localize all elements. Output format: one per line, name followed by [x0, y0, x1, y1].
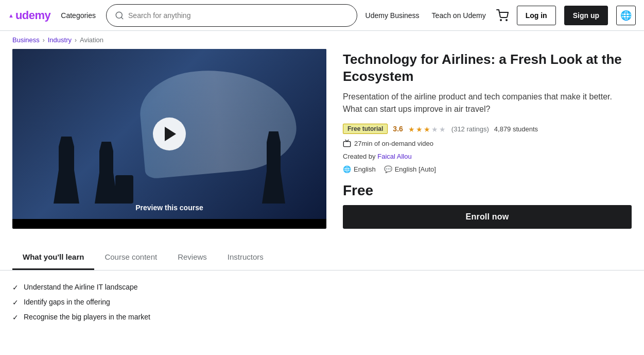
tab-what-youll-learn[interactable]: What you'll learn [12, 245, 94, 270]
caption-icon: 💬 [384, 165, 392, 173]
learn-item-2: ✓ Identify gaps in the offering [12, 298, 632, 307]
svg-point-2 [500, 20, 501, 21]
course-subtitle: Presentation of the airline product and … [343, 91, 632, 115]
star-5: ★ [439, 125, 446, 132]
tabs-section: What you'll learn Course content Reviews… [0, 245, 644, 271]
stars: ★ ★ ★ ★ ★ [408, 125, 446, 132]
learn-item-3: ✓ Recognise the big players in the marke… [12, 313, 632, 322]
svg-rect-4 [343, 142, 350, 147]
udemy-business-link[interactable]: Udemy Business [363, 9, 422, 22]
logo-text: udemy [15, 9, 50, 22]
header-right: Udemy Business Teach on Udemy Log in Sig… [363, 6, 636, 25]
check-icon-3: ✓ [12, 313, 19, 322]
breadcrumb-aviation: Aviation [80, 36, 103, 44]
video-background: Preview this course [12, 49, 326, 219]
search-icon [115, 11, 124, 20]
play-button[interactable] [153, 117, 186, 150]
silhouette-2 [95, 142, 118, 204]
free-badge: Free tutorial [343, 124, 388, 134]
enroll-button[interactable]: Enroll now [343, 205, 632, 229]
logo-pyramid-icon: ▲ [8, 12, 14, 19]
breadcrumb: Business › Industry › Aviation [0, 31, 644, 49]
signup-button[interactable]: Sign up [564, 6, 608, 25]
learn-text-3: Recognise the big players in the market [24, 313, 150, 321]
created-row: Created by Faical Allou [343, 153, 632, 160]
rating-count: (312 ratings) [451, 125, 489, 133]
header: ▲ udemy Categories Udemy Business Teach … [0, 0, 644, 31]
price-label: Free [343, 182, 632, 199]
video-info-row: 27min of on-demand video [343, 139, 632, 147]
language-item: 🌐 English [343, 165, 376, 173]
breadcrumb-sep-1: › [43, 37, 45, 44]
star-1: ★ [408, 125, 415, 132]
language-text: English [354, 165, 376, 173]
video-duration: 27min of on-demand video [354, 140, 433, 147]
course-title: Technology for Airlines: a Fresh Look at… [343, 51, 632, 84]
breadcrumb-business[interactable]: Business [12, 36, 40, 44]
video-duration-icon [343, 139, 351, 147]
rating-row: Free tutorial 3.6 ★ ★ ★ ★ ★ (312 ratings… [343, 124, 632, 134]
rating-number: 3.6 [393, 125, 403, 133]
language-button[interactable]: 🌐 [616, 6, 636, 25]
silhouette-1 [54, 137, 79, 204]
tab-course-content[interactable]: Course content [94, 245, 167, 270]
caption-text: English [Auto] [395, 165, 436, 173]
breadcrumb-sep-2: › [75, 37, 77, 44]
globe-lang-icon: 🌐 [343, 165, 351, 173]
tab-instructors[interactable]: Instructors [217, 245, 274, 270]
star-3: ★ [424, 125, 431, 132]
instructor-link[interactable]: Faical Allou [377, 153, 411, 160]
search-input[interactable] [128, 11, 349, 20]
svg-line-1 [121, 17, 123, 19]
check-icon-2: ✓ [12, 298, 19, 307]
categories-button[interactable]: Categories [57, 9, 100, 22]
teach-link[interactable]: Teach on Udemy [430, 9, 488, 22]
svg-point-3 [506, 20, 507, 21]
logo[interactable]: ▲ udemy [8, 9, 50, 22]
cart-icon[interactable] [496, 9, 509, 22]
lang-row: 🌐 English 💬 English [Auto] [343, 165, 632, 173]
learn-text-1: Understand the Airline IT landscape [24, 283, 138, 291]
globe-icon: 🌐 [620, 10, 632, 21]
login-button[interactable]: Log in [517, 6, 556, 25]
learn-text-2: Identify gaps in the offering [24, 298, 110, 306]
course-video: Preview this course [12, 49, 326, 229]
created-by-label: Created by [343, 153, 376, 160]
preview-label: Preview this course [135, 204, 203, 212]
check-icon-1: ✓ [12, 283, 19, 292]
play-triangle-icon [165, 127, 176, 141]
luggage-silhouette [115, 175, 133, 204]
main-content: Preview this course Technology for Airli… [0, 49, 644, 229]
star-2: ★ [416, 125, 423, 132]
logo-area: ▲ udemy Categories [8, 9, 100, 22]
breadcrumb-industry[interactable]: Industry [48, 36, 72, 44]
course-info: Technology for Airlines: a Fresh Look at… [343, 49, 632, 229]
star-4: ★ [431, 125, 439, 132]
tab-reviews[interactable]: Reviews [167, 245, 217, 270]
students-count: 4,879 students [494, 125, 538, 133]
search-bar [106, 4, 357, 27]
tabs-list: What you'll learn Course content Reviews… [12, 245, 632, 270]
learn-section: ✓ Understand the Airline IT landscape ✓ … [0, 271, 644, 340]
learn-item-1: ✓ Understand the Airline IT landscape [12, 283, 632, 292]
caption-item: 💬 English [Auto] [384, 165, 436, 173]
